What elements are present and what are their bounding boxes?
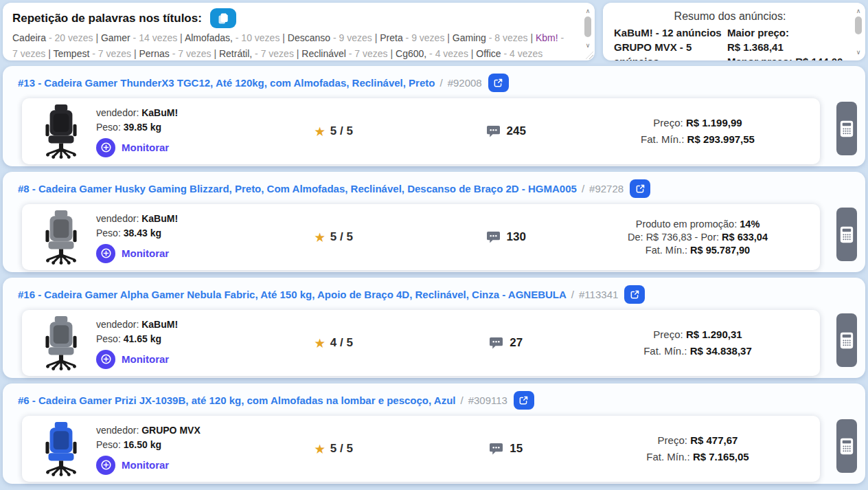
plus-circle-icon [100,247,113,260]
word-separator: | [282,32,288,43]
chair-image [40,315,82,370]
external-link-icon [635,183,646,194]
comment-icon [489,337,503,350]
external-link-icon [518,395,529,405]
stat-label: Maior preço: [727,25,846,40]
word-count: - 14 vezes [130,32,180,43]
price-block: Produto em promoção: 14% De: R$ 736,83 -… [588,218,808,257]
open-product-button[interactable] [514,391,534,410]
top-row: Repetição de palavras nos títulos: Cadei… [3,3,865,60]
product-image [34,419,88,478]
word-item: Cg600, [396,48,426,59]
star-icon: ★ [315,337,324,350]
product-title-link[interactable]: #6 - Cadeira Gamer Prizi JX-1039B, até 1… [18,394,455,406]
open-product-button[interactable] [488,74,509,92]
product-title-link[interactable]: #16 - Cadeira Gamer Alpha Gamer Nebula F… [18,289,567,300]
chair-image [40,421,82,476]
summary-columns: KaBuM! - 12 anúncios GRUPO MVX - 5 anúnc… [614,25,846,60]
summary-prices: Maior preço: R$ 1.368,41 Menor preço: R$… [727,25,846,60]
min-revenue-line: Fat. Mín.: R$ 34.838,37 [588,343,808,359]
copy-words-button[interactable] [210,8,236,28]
product-title-link[interactable]: #8 - Cadeira Gamer Husky Gaming Blizzard… [18,183,577,194]
word-separator: | [214,48,219,59]
scrollbar-thumb[interactable] [855,16,862,34]
word-item: Preta [380,32,402,43]
min-revenue-line: Fat. Mín.: R$ 95.787,90 [588,244,808,257]
word-count: - 7 vezes [346,48,391,59]
product-image [34,208,88,267]
word-item: Kbm! [536,32,558,43]
word-count: - 7 vezes [252,48,297,59]
monitor-button[interactable]: Monitorar [96,350,244,369]
scroll-up-icon[interactable]: ∧ [854,7,863,15]
monitor-button[interactable]: Monitorar [96,244,244,263]
vendor-line: vendedor: KaBuM! [96,318,244,332]
price-block: Preço: R$ 1.290,31 Fat. Mín.: R$ 34.838,… [588,326,808,359]
product-card: #13 - Cadeira Gamer ThunderX3 TGC12, Até… [3,66,865,166]
title-separator: / [582,183,584,194]
plus-circle-icon [100,353,113,366]
price-block: Preço: R$ 477,67 Fat. Mín.: R$ 7.165,05 [588,432,808,465]
product-details-panel: vendedor: KaBuM! Peso: 38.43 kg Monitora… [22,204,820,270]
comments: 245 [424,124,588,138]
comment-icon [486,231,501,244]
title-separator: / [439,77,442,89]
chair-image [40,104,82,159]
rating: ★ 5 / 5 [244,442,424,456]
product-card: #8 - Cadeira Gamer Husky Gaming Blizzard… [3,172,865,272]
vendor-line: vendedor: GRUPO MVX [96,423,244,438]
scroll-down-icon[interactable]: ∨ [854,48,863,56]
open-product-button[interactable] [630,179,650,198]
rating: ★ 4 / 5 [244,336,424,350]
word-count: - 4 vezes [426,48,471,59]
summary-scrollbar[interactable]: ∧ ∨ [854,5,863,58]
calculator-icon [840,225,854,244]
scroll-down-icon[interactable]: ∨ [584,41,592,49]
rating-value: 5 / 5 [330,442,353,456]
word-count: - 8 vezes [486,32,531,43]
scroll-up-icon[interactable]: ∧ [584,7,592,15]
product-details-panel: vendedor: GRUPO MVX Peso: 16.50 kg Monit… [22,416,820,482]
weight-line: Peso: 39.85 kg [96,120,244,135]
product-image [34,313,88,372]
seller-count: GRUPO MVX - 5 anúncios [614,40,727,60]
word-count: - 4 vezes [501,48,543,59]
min-revenue-line: Fat. Mín.: R$ 293.997,55 [588,131,808,148]
min-revenue-line: Fat. Mín.: R$ 7.165,05 [588,449,808,465]
chair-image [40,210,82,265]
promo-line: Produto em promoção: 14% [588,218,808,231]
monitor-button[interactable]: Monitorar [96,456,244,475]
product-title-row: #16 - Cadeira Gamer Alpha Gamer Nebula F… [14,285,853,304]
product-id: #92728 [589,183,624,194]
vendor-line: vendedor: KaBuM! [96,212,244,226]
stat-value: R$ 144,00 [795,56,843,60]
word-panel-scrollbar[interactable]: ∧ ∨ [583,5,593,58]
price-line: Preço: R$ 1.290,31 [588,326,808,343]
word-separator: | [447,32,453,43]
comment-count: 15 [510,442,523,456]
open-product-button[interactable] [624,285,645,304]
calculator-tab-button[interactable] [836,419,857,473]
calculator-tab-button[interactable] [836,208,857,261]
word-count: - 7 vezes [170,48,214,59]
seller-count: KaBuM! - 12 anúncios [614,25,727,40]
product-details-panel: vendedor: KaBuM! Peso: 39.85 kg Monitora… [22,98,820,164]
star-icon: ★ [315,443,324,456]
calculator-icon [840,331,854,350]
product-image [34,102,88,161]
plus-circle-icon [100,141,113,154]
stat-label: Menor preço: [727,56,792,60]
product-title-link[interactable]: #13 - Cadeira Gamer ThunderX3 TGC12, Até… [18,77,435,89]
weight-line: Peso: 38.43 kg [96,226,244,241]
word-separator: | [530,32,536,43]
weight-line: Peso: 41.65 kg [96,332,244,346]
word-count: - 20 vezes [46,32,95,43]
scrollbar-thumb[interactable] [584,16,591,37]
calculator-tab-button[interactable] [836,313,857,367]
word-list[interactable]: Cadeira - 20 vezes | Gamer - 14 vezes | … [12,30,571,60]
monitor-button[interactable]: Monitorar [96,138,244,157]
calculator-tab-button[interactable] [836,102,857,155]
word-item: Reclinável [301,48,346,59]
product-id: #113341 [579,289,618,300]
summary-panel: Resumo dos anúncios: KaBuM! - 12 anúncio… [603,3,865,60]
